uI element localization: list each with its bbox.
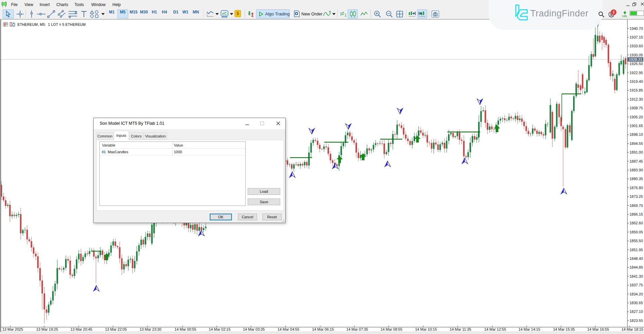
- svg-text:1883.90: 1883.90: [630, 168, 643, 172]
- svg-text:14 Mar 11:35: 14 Mar 11:35: [450, 327, 471, 331]
- svg-text:14 Mar 10:15: 14 Mar 10:15: [415, 327, 437, 331]
- svg-text:1915.85: 1915.85: [630, 88, 643, 92]
- svg-text:1823.55: 1823.55: [630, 319, 643, 323]
- svg-text:1937.15: 1937.15: [630, 35, 643, 39]
- svg-text:13 Mar 19:25: 13 Mar 19:25: [36, 327, 58, 331]
- svg-text:14 Mar 07:35: 14 Mar 07:35: [346, 327, 368, 331]
- svg-text:1866.15: 1866.15: [630, 212, 643, 216]
- svg-text:1898.10: 1898.10: [630, 132, 643, 136]
- svg-text:1851.95: 1851.95: [630, 248, 643, 252]
- svg-text:1830.65: 1830.65: [630, 301, 643, 305]
- svg-text:14 Mar 06:15: 14 Mar 06:15: [312, 327, 334, 331]
- svg-text:1928.31: 1928.31: [629, 57, 642, 61]
- svg-text:1901.65: 1901.65: [630, 124, 643, 128]
- svg-text:1887.45: 1887.45: [630, 159, 643, 163]
- svg-text:14 Mar 02:15: 14 Mar 02:15: [209, 327, 231, 331]
- svg-text:1905.20: 1905.20: [630, 115, 643, 119]
- svg-text:14 Mar 08:55: 14 Mar 08:55: [381, 327, 402, 331]
- svg-text:1859.05: 1859.05: [630, 230, 643, 234]
- svg-text:1894.55: 1894.55: [630, 142, 643, 146]
- svg-text:1940.70: 1940.70: [630, 26, 643, 31]
- svg-text:1919.40: 1919.40: [630, 79, 643, 84]
- svg-text:13 Mar 2025: 13 Mar 2025: [2, 327, 23, 331]
- svg-text:1930.05: 1930.05: [630, 53, 643, 57]
- svg-text:1862.60: 1862.60: [630, 221, 643, 225]
- svg-text:1834.20: 1834.20: [630, 292, 643, 296]
- svg-text:1933.60: 1933.60: [630, 44, 643, 48]
- svg-text:1922.95: 1922.95: [630, 71, 643, 75]
- svg-text:13 Mar 22:05: 13 Mar 22:05: [105, 327, 127, 331]
- svg-text:1891.00: 1891.00: [630, 150, 643, 154]
- svg-text:14 Mar 00:55: 14 Mar 00:55: [175, 327, 196, 331]
- svg-text:1827.10: 1827.10: [630, 310, 643, 314]
- svg-text:1855.50: 1855.50: [630, 239, 643, 243]
- svg-text:1876.80: 1876.80: [630, 186, 643, 190]
- svg-text:1912.30: 1912.30: [630, 97, 643, 101]
- svg-text:13 Mar 23:30: 13 Mar 23:30: [140, 327, 161, 331]
- svg-text:1: 1: [344, 13, 347, 17]
- svg-text:14 Mar 18:15: 14 Mar 18:15: [622, 327, 643, 331]
- svg-text:1873.25: 1873.25: [630, 194, 643, 199]
- svg-text:1848.40: 1848.40: [630, 257, 643, 261]
- svg-text:LVL: LVL: [622, 14, 627, 18]
- svg-text:14 Mar 16:55: 14 Mar 16:55: [587, 327, 609, 331]
- svg-text:13 Mar 20:45: 13 Mar 20:45: [70, 327, 92, 331]
- svg-text:1844.85: 1844.85: [630, 265, 643, 269]
- svg-text:1841.30: 1841.30: [630, 274, 643, 278]
- svg-text:14 Mar 14:15: 14 Mar 14:15: [518, 327, 540, 331]
- svg-text:1908.75: 1908.75: [630, 106, 643, 110]
- svg-text:14 Mar 12:55: 14 Mar 12:55: [484, 327, 506, 331]
- svg-text:1880.35: 1880.35: [630, 177, 643, 181]
- svg-text:1926.50: 1926.50: [630, 62, 643, 66]
- svg-text:14 Mar 15:35: 14 Mar 15:35: [553, 327, 575, 331]
- svg-text:14 Mar 03:35: 14 Mar 03:35: [243, 327, 265, 331]
- svg-text:1869.70: 1869.70: [630, 204, 643, 208]
- svg-text:1837.75: 1837.75: [630, 283, 643, 287]
- svg-text:14 Mar 04:55: 14 Mar 04:55: [278, 327, 299, 331]
